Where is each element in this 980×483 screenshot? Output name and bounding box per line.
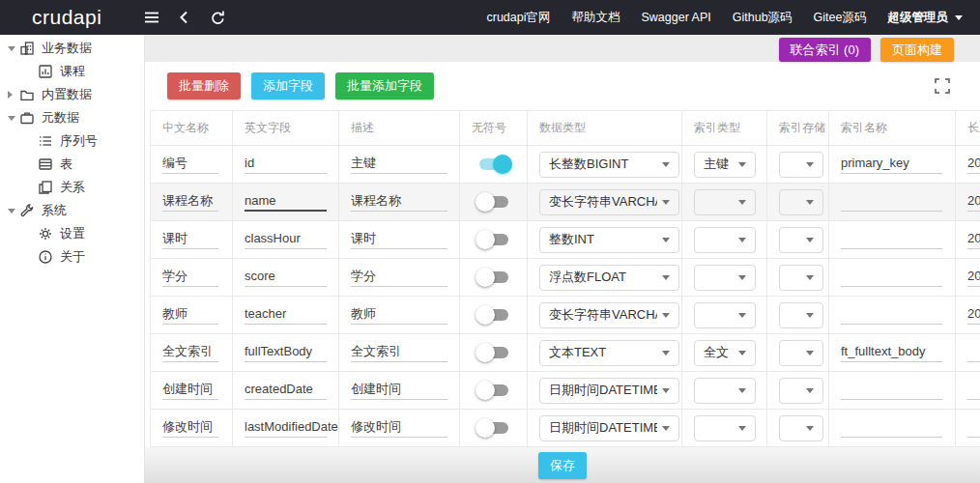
refresh-icon[interactable] <box>208 8 227 27</box>
expand-arrow-icon[interactable] <box>8 46 17 51</box>
back-icon[interactable] <box>175 8 194 27</box>
en-field-input[interactable]: lastModifiedDate <box>245 419 327 438</box>
length-input[interactable]: 20 <box>967 269 980 287</box>
en-field-input[interactable]: id <box>245 156 327 174</box>
index-type-select[interactable] <box>694 302 756 328</box>
index-storage-select[interactable] <box>779 152 823 178</box>
sidebar-item-list[interactable]: 序列号 <box>0 129 144 153</box>
data-type-select[interactable]: 浮点数FLOAT <box>539 265 679 291</box>
en-field-input[interactable]: createdDate <box>245 382 327 400</box>
batch-delete-button[interactable]: 批量删除 <box>167 72 241 99</box>
expand-arrow-icon[interactable] <box>8 209 17 213</box>
description-input[interactable]: 教师 <box>351 306 447 325</box>
en-field-input[interactable]: teacher <box>245 306 327 325</box>
index-type-select[interactable] <box>694 227 756 253</box>
index-storage-select[interactable] <box>779 415 823 441</box>
sidebar-item-gear[interactable]: 设置 <box>0 222 144 245</box>
nav-link[interactable]: 帮助文档 <box>572 10 620 26</box>
index-name-input[interactable] <box>841 231 942 249</box>
data-type-select[interactable]: 日期时间DATETIME <box>539 378 679 404</box>
data-type-select[interactable]: 变长字符串VARCHAR <box>539 189 679 215</box>
unsigned-toggle[interactable] <box>476 381 512 400</box>
en-field-input[interactable]: score <box>245 269 327 287</box>
cn-name-input[interactable]: 修改时间 <box>162 419 218 438</box>
index-type-select[interactable]: 全文 <box>694 340 756 366</box>
index-type-select[interactable] <box>694 415 756 441</box>
description-input[interactable]: 课时 <box>351 231 447 249</box>
cn-name-input[interactable]: 课时 <box>162 231 218 249</box>
user-menu[interactable]: 超级管理员 <box>888 10 964 26</box>
description-input[interactable]: 修改时间 <box>351 419 447 438</box>
index-name-input[interactable] <box>841 306 942 325</box>
index-name-input[interactable] <box>841 193 942 212</box>
cn-name-input[interactable]: 创建时间 <box>162 382 218 400</box>
en-field-input[interactable]: fullTextBody <box>245 344 327 362</box>
index-storage-select[interactable] <box>779 378 823 404</box>
cn-name-input[interactable]: 课程名称 <box>162 193 218 212</box>
unsigned-toggle[interactable] <box>476 192 512 212</box>
en-field-input[interactable]: classHour <box>245 231 327 249</box>
index-storage-select[interactable] <box>779 302 823 328</box>
data-type-select[interactable]: 整数INT <box>539 227 679 253</box>
cn-name-input[interactable]: 全文索引 <box>162 344 218 362</box>
length-input[interactable]: 20 <box>967 306 980 325</box>
index-name-input[interactable] <box>841 269 942 287</box>
description-input[interactable]: 全文索引 <box>351 344 447 362</box>
sidebar-item-briefcase[interactable]: 元数据 <box>0 106 144 129</box>
data-type-select[interactable]: 变长字符串VARCHAR <box>539 302 679 328</box>
description-input[interactable]: 创建时间 <box>351 382 447 400</box>
data-type-select[interactable]: 长整数BIGINT <box>539 152 679 178</box>
sidebar-item-folder[interactable]: 内置数据 <box>0 83 144 106</box>
nav-link[interactable]: Gitee源码 <box>814 10 867 26</box>
unsigned-toggle[interactable] <box>476 305 512 325</box>
length-input[interactable] <box>967 419 980 438</box>
en-field-input[interactable]: name <box>245 193 327 212</box>
length-input[interactable] <box>967 382 980 400</box>
page-build-button[interactable]: 页面构建 <box>880 38 954 62</box>
index-storage-select[interactable] <box>779 265 823 291</box>
index-type-select[interactable] <box>694 189 756 215</box>
nav-link[interactable]: Swagger API <box>642 11 711 24</box>
add-field-button[interactable]: 添加字段 <box>251 72 325 99</box>
nav-link[interactable]: crudapi官网 <box>487 10 551 26</box>
sidebar-item-table[interactable]: 表 <box>0 153 144 176</box>
index-type-select[interactable] <box>694 378 756 404</box>
index-storage-select[interactable] <box>779 189 823 215</box>
cn-name-input[interactable]: 编号 <box>162 156 218 174</box>
unsigned-toggle[interactable] <box>476 155 512 174</box>
index-storage-select[interactable] <box>779 227 823 253</box>
menu-icon[interactable] <box>142 8 161 27</box>
index-type-select[interactable]: 主键 <box>694 152 756 178</box>
data-type-select[interactable]: 日期时间DATETIME <box>539 415 679 441</box>
expand-arrow-icon[interactable] <box>8 116 17 121</box>
batch-add-field-button[interactable]: 批量添加字段 <box>335 72 434 99</box>
sidebar-item-info[interactable]: 关于 <box>0 245 144 269</box>
unsigned-toggle[interactable] <box>476 418 512 438</box>
unsigned-toggle[interactable] <box>476 343 512 362</box>
expand-arrow-icon[interactable] <box>8 91 17 99</box>
length-input[interactable]: 20 <box>967 231 980 249</box>
cn-name-input[interactable]: 学分 <box>162 269 218 287</box>
fullscreen-icon[interactable] <box>934 77 951 95</box>
sidebar-item-copy[interactable]: 关系 <box>0 176 144 199</box>
length-input[interactable] <box>967 344 980 362</box>
description-input[interactable]: 学分 <box>351 269 447 287</box>
index-name-input[interactable] <box>841 419 942 438</box>
length-input[interactable]: 20 <box>967 193 980 212</box>
index-name-input[interactable]: ft_fulltext_body <box>841 344 942 362</box>
index-type-select[interactable] <box>694 265 756 291</box>
unsigned-toggle[interactable] <box>476 230 512 249</box>
unsigned-toggle[interactable] <box>476 268 512 287</box>
description-input[interactable]: 课程名称 <box>351 193 447 212</box>
index-storage-select[interactable] <box>779 340 823 366</box>
index-name-input[interactable] <box>841 382 942 400</box>
sidebar-item-organization[interactable]: 业务数据 <box>0 37 144 60</box>
union-index-button[interactable]: 联合索引 (0) <box>779 38 872 62</box>
data-type-select[interactable]: 文本TEXT <box>539 340 679 366</box>
sidebar-item-wrench[interactable]: 系统 <box>0 199 144 222</box>
index-name-input[interactable]: primary_key <box>841 156 942 174</box>
nav-link[interactable]: Github源码 <box>733 10 793 26</box>
save-button[interactable]: 保存 <box>538 452 587 479</box>
description-input[interactable]: 主键 <box>351 156 447 174</box>
sidebar-item-chart[interactable]: 课程 <box>0 60 144 83</box>
